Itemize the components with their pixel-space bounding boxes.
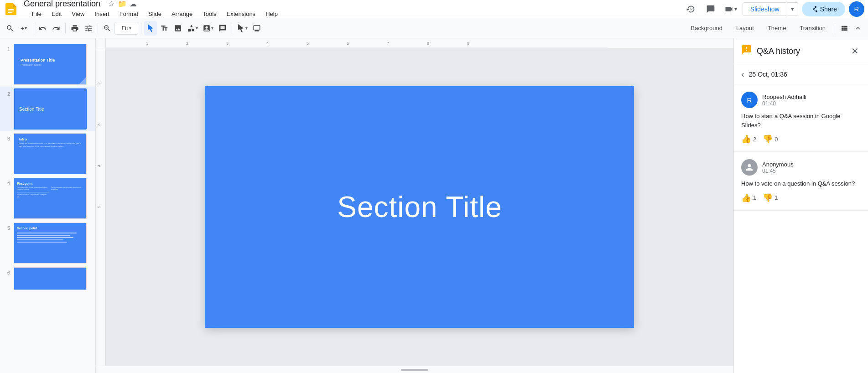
downvote-count-2: 1 [774,194,778,201]
separator-4 [141,23,141,33]
qa-downvote-1[interactable]: 👎 0 [763,134,778,144]
theme-btn[interactable]: Theme [761,21,792,36]
star-icon[interactable]: ☆ [108,0,115,9]
slide-item-6[interactable]: 6 [0,265,95,292]
shape-btn[interactable]: ▾ [185,21,200,36]
bottom-scrollbar[interactable] [96,366,733,373]
qa-username-1: Roopesh Adihalli [762,93,806,100]
qa-upvote-2[interactable]: 👍 1 [741,193,756,203]
thumbdown-icon-1: 👎 [763,134,773,144]
menu-file[interactable]: File [27,9,46,19]
qa-votes-1: 👍 2 👎 0 [741,134,861,144]
menu-format[interactable]: Format [115,9,143,19]
svg-text:3: 3 [226,41,229,46]
thumb5-title: Second point [17,227,83,230]
toolbar-right-buttons: Background Layout Theme Transition [684,21,864,36]
menu-edit[interactable]: Edit [47,9,66,19]
qa-back-btn[interactable]: ‹ [741,69,744,79]
options-btn[interactable] [82,21,95,36]
slide-thumb-5[interactable]: Second point [14,223,87,264]
redo-btn[interactable] [50,21,62,36]
qa-user-info-2: Anonymous 01:45 [762,161,794,174]
svg-text:5: 5 [97,206,101,208]
qa-username-2: Anonymous [762,161,794,168]
folder-icon[interactable]: 📁 [118,0,127,8]
ruler-h-marks: 1 2 3 4 5 6 7 8 9 [106,38,733,48]
slide-thumb-3[interactable]: Intro Where this presentation about. Use… [14,133,87,174]
svg-text:3: 3 [97,124,101,126]
slide-item-2[interactable]: 2 Section Title [0,87,95,131]
menu-slide[interactable]: Slide [144,9,166,19]
scroll-indicator [401,369,428,371]
text-btn[interactable] [158,21,171,36]
comment-icon[interactable] [702,1,719,17]
menu-extensions[interactable]: Extensions [222,9,260,19]
qa-upvote-1[interactable]: 👍 2 [741,134,756,144]
svg-text:2: 2 [186,41,188,46]
present-icon[interactable]: ▾ [722,1,739,17]
history-icon[interactable] [682,1,699,17]
slide-item-1[interactable]: 1 Presentation Title Presentation Subtit… [0,42,95,87]
qa-time-2: 01:45 [762,168,794,174]
pointer-options-btn[interactable]: ▾ [235,21,249,36]
comment-add-btn[interactable] [216,21,229,36]
svg-rect-1 [8,10,14,11]
slide-number-2: 2 [4,88,10,97]
slide-thumb-6[interactable] [14,267,87,290]
thumb3-text: Where this presentation about. Use this … [19,142,82,148]
slide-thumb-1-inner: Presentation Title Presentation Subtitle [14,44,86,84]
slide-thumb-2[interactable]: Section Title [14,88,87,130]
user-avatar[interactable]: R [849,1,864,17]
qa-downvote-2[interactable]: 👎 1 [763,193,778,203]
cloud-icon[interactable]: ☁ [130,0,137,8]
svg-text:7: 7 [387,41,389,46]
zoom-selector[interactable]: Fit ▾ [114,22,138,35]
undo-btn[interactable] [36,21,49,36]
image-btn[interactable] [172,21,184,36]
slide-item-4[interactable]: 4 First point Lorem ipsum dolor sit amet… [0,176,95,221]
canvas-section: 1 2 3 4 5 6 7 8 9 2 3 4 [96,38,733,373]
upvote-count-1: 2 [753,136,756,143]
slide-item-3[interactable]: 3 Intro Where this presentation about. U… [0,131,95,176]
slideshow-button[interactable]: Slideshow [743,2,787,16]
canvas-row: 2 3 4 5 Section Title [96,48,733,366]
view-toggle-btn[interactable] [838,21,851,36]
cursor-btn[interactable] [144,21,157,36]
menu-view[interactable]: View [67,9,89,19]
layout-btn[interactable]: Layout [730,21,760,36]
canvas-area[interactable]: Section Title [106,48,733,366]
slideshow-dropdown[interactable]: ▾ [787,2,798,16]
qa-user-row-1: R Roopesh Adihalli 01:40 [741,92,861,108]
screen-options-btn[interactable] [250,21,263,36]
qa-close-btn[interactable]: ✕ [849,44,861,58]
app-icon[interactable] [4,2,18,16]
thumb1-fold [79,77,86,84]
menu-tools[interactable]: Tools [198,9,221,19]
slide-number-5: 5 [4,223,10,231]
collapse-btn[interactable] [852,21,864,36]
menu-arrange[interactable]: Arrange [167,9,197,19]
qa-time-1: 01:40 [762,100,806,107]
share-button[interactable]: Share [802,2,845,16]
line-btn[interactable]: ▾ [201,21,215,36]
slide-item-5[interactable]: 5 Second point [0,221,95,265]
menu-help[interactable]: Help [261,9,282,19]
svg-rect-2 [8,12,12,13]
slide-thumb-4[interactable]: First point Lorem ipsum dolor sit amet c… [14,178,87,219]
separator-1 [33,23,33,33]
svg-text:4: 4 [97,165,101,167]
transition-btn[interactable]: Transition [793,21,832,36]
zoom-value: Fit [121,25,128,31]
menu-insert[interactable]: Insert [90,9,114,19]
add-slide-btn[interactable]: + ▾ [17,21,30,36]
doc-icons: ☆ 📁 ☁ [108,0,137,9]
ruler-vertical: 2 3 4 5 [96,48,106,366]
background-btn[interactable]: Background [684,21,728,36]
svg-text:6: 6 [347,41,349,46]
zoom-out-btn[interactable] [101,21,114,36]
search-btn[interactable] [4,21,16,36]
slide-canvas[interactable]: Section Title [205,86,634,328]
print-btn[interactable] [68,21,81,36]
slide-thumb-1[interactable]: Presentation Title Presentation Subtitle [14,44,87,85]
qa-user-row-2: Anonymous 01:45 [741,159,861,176]
